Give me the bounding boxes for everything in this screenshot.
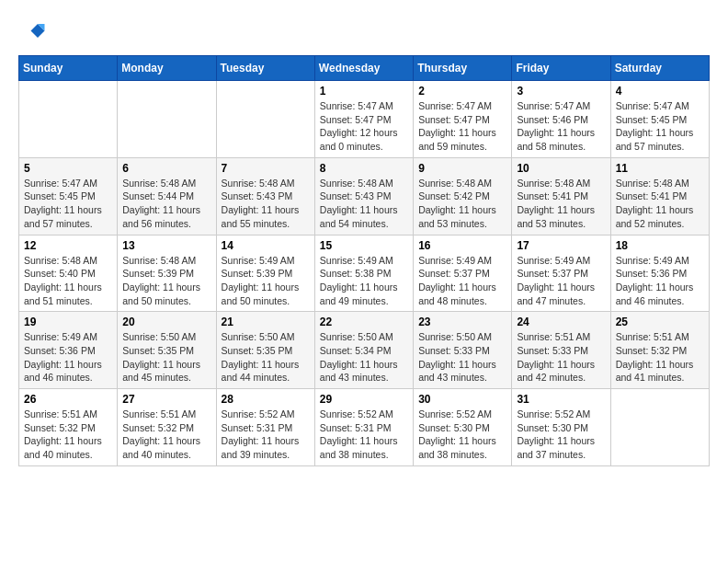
day-info: Sunrise: 5:49 AM Sunset: 5:37 PM Dayligh…	[418, 254, 506, 308]
day-info: Sunrise: 5:48 AM Sunset: 5:43 PM Dayligh…	[320, 177, 408, 231]
calendar-cell: 26Sunrise: 5:51 AM Sunset: 5:32 PM Dayli…	[19, 389, 118, 466]
day-info: Sunrise: 5:48 AM Sunset: 5:42 PM Dayligh…	[418, 177, 506, 231]
calendar-cell: 25Sunrise: 5:51 AM Sunset: 5:32 PM Dayli…	[610, 312, 709, 389]
day-number: 13	[122, 239, 210, 252]
day-info: Sunrise: 5:52 AM Sunset: 5:31 PM Dayligh…	[222, 408, 310, 462]
calendar-cell: 14Sunrise: 5:49 AM Sunset: 5:39 PM Dayli…	[216, 235, 314, 312]
calendar-cell	[118, 81, 216, 158]
calendar-cell: 5Sunrise: 5:47 AM Sunset: 5:45 PM Daylig…	[19, 157, 118, 235]
day-number: 28	[222, 393, 310, 406]
calendar-cell: 17Sunrise: 5:49 AM Sunset: 5:37 PM Dayli…	[512, 235, 610, 312]
column-header-wednesday: Wednesday	[314, 56, 413, 81]
calendar-cell: 8Sunrise: 5:48 AM Sunset: 5:43 PM Daylig…	[314, 157, 413, 235]
calendar-cell	[19, 81, 118, 158]
day-number: 17	[517, 239, 605, 252]
day-number: 8	[320, 162, 408, 175]
day-number: 30	[418, 393, 506, 406]
calendar-header-row: SundayMondayTuesdayWednesdayThursdayFrid…	[19, 56, 710, 81]
page-header	[18, 18, 710, 46]
day-info: Sunrise: 5:49 AM Sunset: 5:36 PM Dayligh…	[24, 330, 112, 385]
day-info: Sunrise: 5:51 AM Sunset: 5:33 PM Dayligh…	[517, 330, 605, 385]
day-info: Sunrise: 5:50 AM Sunset: 5:35 PM Dayligh…	[122, 330, 210, 385]
day-info: Sunrise: 5:50 AM Sunset: 5:34 PM Dayligh…	[320, 330, 408, 385]
day-number: 27	[122, 393, 210, 406]
calendar-cell: 9Sunrise: 5:48 AM Sunset: 5:42 PM Daylig…	[414, 157, 512, 235]
day-info: Sunrise: 5:47 AM Sunset: 5:45 PM Dayligh…	[616, 99, 704, 154]
column-header-saturday: Saturday	[610, 56, 709, 81]
day-info: Sunrise: 5:47 AM Sunset: 5:47 PM Dayligh…	[320, 99, 408, 154]
day-number: 22	[320, 316, 408, 328]
calendar-cell: 19Sunrise: 5:49 AM Sunset: 5:36 PM Dayli…	[19, 312, 118, 389]
day-number: 11	[616, 162, 704, 175]
day-info: Sunrise: 5:49 AM Sunset: 5:37 PM Dayligh…	[517, 254, 605, 308]
day-number: 2	[418, 85, 506, 98]
day-info: Sunrise: 5:48 AM Sunset: 5:43 PM Dayligh…	[222, 177, 310, 231]
day-info: Sunrise: 5:51 AM Sunset: 5:32 PM Dayligh…	[122, 408, 210, 462]
day-info: Sunrise: 5:52 AM Sunset: 5:30 PM Dayligh…	[517, 408, 605, 462]
day-info: Sunrise: 5:48 AM Sunset: 5:39 PM Dayligh…	[122, 254, 210, 308]
day-number: 23	[418, 316, 506, 328]
day-number: 15	[320, 239, 408, 252]
day-number: 25	[616, 316, 704, 328]
column-header-sunday: Sunday	[19, 56, 118, 81]
day-info: Sunrise: 5:52 AM Sunset: 5:31 PM Dayligh…	[320, 408, 408, 462]
day-info: Sunrise: 5:49 AM Sunset: 5:36 PM Dayligh…	[616, 254, 704, 308]
day-info: Sunrise: 5:47 AM Sunset: 5:45 PM Dayligh…	[24, 177, 112, 231]
day-info: Sunrise: 5:48 AM Sunset: 5:44 PM Dayligh…	[122, 177, 210, 231]
calendar-cell: 20Sunrise: 5:50 AM Sunset: 5:35 PM Dayli…	[118, 312, 216, 389]
calendar-cell: 24Sunrise: 5:51 AM Sunset: 5:33 PM Dayli…	[512, 312, 610, 389]
calendar-cell: 31Sunrise: 5:52 AM Sunset: 5:30 PM Dayli…	[512, 389, 610, 466]
day-info: Sunrise: 5:49 AM Sunset: 5:39 PM Dayligh…	[222, 254, 310, 308]
day-number: 5	[24, 162, 112, 175]
day-number: 20	[122, 316, 210, 328]
day-info: Sunrise: 5:47 AM Sunset: 5:46 PM Dayligh…	[517, 99, 605, 154]
day-info: Sunrise: 5:50 AM Sunset: 5:33 PM Dayligh…	[418, 330, 506, 385]
column-header-tuesday: Tuesday	[216, 56, 314, 81]
logo	[18, 18, 50, 46]
day-number: 16	[418, 239, 506, 252]
calendar-cell: 10Sunrise: 5:48 AM Sunset: 5:41 PM Dayli…	[512, 157, 610, 235]
calendar-cell: 21Sunrise: 5:50 AM Sunset: 5:35 PM Dayli…	[216, 312, 314, 389]
day-number: 3	[517, 85, 605, 98]
day-number: 12	[24, 239, 112, 252]
day-info: Sunrise: 5:51 AM Sunset: 5:32 PM Dayligh…	[616, 330, 704, 385]
day-number: 24	[517, 316, 605, 328]
calendar-cell: 27Sunrise: 5:51 AM Sunset: 5:32 PM Dayli…	[118, 389, 216, 466]
column-header-thursday: Thursday	[414, 56, 512, 81]
day-number: 10	[517, 162, 605, 175]
day-number: 29	[320, 393, 408, 406]
calendar-cell: 11Sunrise: 5:48 AM Sunset: 5:41 PM Dayli…	[610, 157, 709, 235]
day-number: 1	[320, 85, 408, 98]
calendar-week-row: 5Sunrise: 5:47 AM Sunset: 5:45 PM Daylig…	[19, 157, 710, 235]
day-number: 6	[122, 162, 210, 175]
column-header-monday: Monday	[118, 56, 216, 81]
calendar-week-row: 26Sunrise: 5:51 AM Sunset: 5:32 PM Dayli…	[19, 389, 710, 466]
calendar-cell: 1Sunrise: 5:47 AM Sunset: 5:47 PM Daylig…	[314, 81, 413, 158]
day-number: 18	[616, 239, 704, 252]
calendar-cell: 2Sunrise: 5:47 AM Sunset: 5:47 PM Daylig…	[414, 81, 512, 158]
day-number: 26	[24, 393, 112, 406]
calendar-cell	[610, 389, 709, 466]
calendar-week-row: 19Sunrise: 5:49 AM Sunset: 5:36 PM Dayli…	[19, 312, 710, 389]
calendar-cell	[216, 81, 314, 158]
calendar-cell: 13Sunrise: 5:48 AM Sunset: 5:39 PM Dayli…	[118, 235, 216, 312]
day-number: 31	[517, 393, 605, 406]
day-number: 21	[222, 316, 310, 328]
calendar-cell: 6Sunrise: 5:48 AM Sunset: 5:44 PM Daylig…	[118, 157, 216, 235]
day-info: Sunrise: 5:48 AM Sunset: 5:40 PM Dayligh…	[24, 254, 112, 308]
day-info: Sunrise: 5:47 AM Sunset: 5:47 PM Dayligh…	[418, 99, 506, 154]
calendar-cell: 12Sunrise: 5:48 AM Sunset: 5:40 PM Dayli…	[19, 235, 118, 312]
calendar-cell: 16Sunrise: 5:49 AM Sunset: 5:37 PM Dayli…	[414, 235, 512, 312]
day-info: Sunrise: 5:48 AM Sunset: 5:41 PM Dayligh…	[616, 177, 704, 231]
logo-icon	[18, 18, 46, 46]
day-number: 14	[222, 239, 310, 252]
calendar-cell: 3Sunrise: 5:47 AM Sunset: 5:46 PM Daylig…	[512, 81, 610, 158]
calendar-cell: 29Sunrise: 5:52 AM Sunset: 5:31 PM Dayli…	[314, 389, 413, 466]
day-info: Sunrise: 5:52 AM Sunset: 5:30 PM Dayligh…	[418, 408, 506, 462]
day-number: 4	[616, 85, 704, 98]
calendar-cell: 18Sunrise: 5:49 AM Sunset: 5:36 PM Dayli…	[610, 235, 709, 312]
day-number: 9	[418, 162, 506, 175]
day-number: 7	[222, 162, 310, 175]
calendar-week-row: 1Sunrise: 5:47 AM Sunset: 5:47 PM Daylig…	[19, 81, 710, 158]
column-header-friday: Friday	[512, 56, 610, 81]
